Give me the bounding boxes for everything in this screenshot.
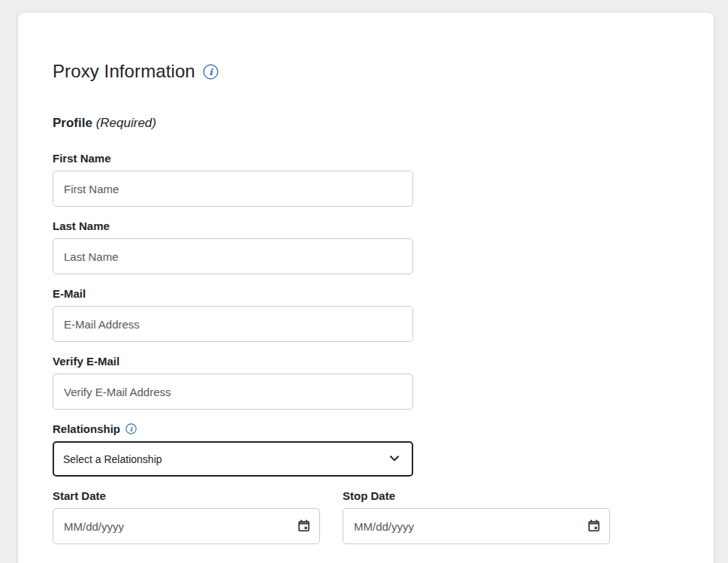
stop-date-label: Stop Date [343,490,610,501]
verify-email-label: Verify E-Mail [53,356,413,367]
proxy-information-card: Proxy Information i Profile (Required) F… [18,13,714,563]
start-date-input[interactable] [53,508,320,544]
email-field-group: E-Mail [53,288,413,342]
relationship-select-wrap: Select a Relationship [53,441,413,477]
last-name-field-group: Last Name [53,220,413,274]
calendar-icon[interactable] [588,519,600,532]
email-label: E-Mail [53,288,413,299]
page-title: Proxy Information [53,61,195,82]
first-name-input[interactable] [53,171,413,207]
start-date-field-group: Start Date [53,490,320,544]
start-date-input-wrap [53,508,320,544]
last-name-input[interactable] [53,238,413,274]
first-name-label: First Name [53,153,413,164]
verify-email-field-group: Verify E-Mail [53,356,413,410]
relationship-label: Relationship [53,423,120,434]
info-icon[interactable]: i [203,64,219,80]
svg-text:i: i [130,425,133,433]
start-date-label: Start Date [53,490,320,501]
first-name-field-group: First Name [53,153,413,207]
date-row: Start Date Stop [53,490,679,544]
section-heading: Profile (Required) [53,116,679,131]
stop-date-input[interactable] [343,508,610,544]
email-input[interactable] [53,306,413,342]
svg-text:i: i [209,66,213,77]
info-icon-glyph: i [125,423,137,434]
title-row: Proxy Information i [53,61,679,82]
relationship-info-icon[interactable]: i [125,423,137,434]
relationship-field-group: Relationship i Select a Relationship [53,423,413,477]
profile-form: First Name Last Name E-Mail Verify E-Mai… [53,153,679,544]
stop-date-input-wrap [343,508,610,544]
section-heading-text: Profile [53,116,92,130]
stop-date-field-group: Stop Date [343,490,610,544]
relationship-select[interactable]: Select a Relationship [53,441,413,477]
verify-email-input[interactable] [53,374,413,410]
required-note: (Required) [96,116,156,130]
info-icon-glyph: i [203,64,219,80]
last-name-label: Last Name [53,220,413,232]
calendar-icon[interactable] [298,519,310,532]
